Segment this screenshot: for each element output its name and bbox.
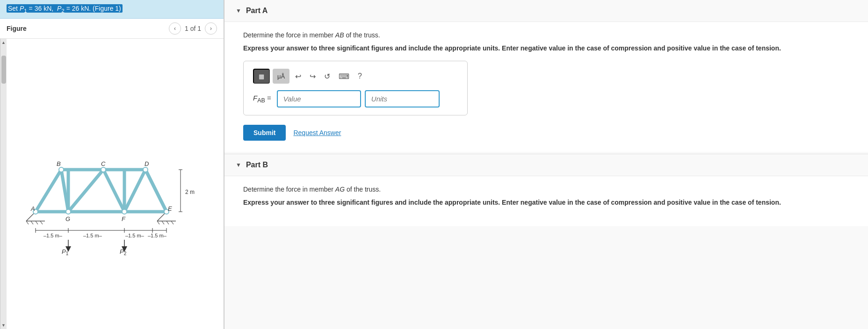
svg-text:B: B: [57, 160, 61, 167]
refresh-icon: ↺: [324, 72, 330, 81]
svg-text:G: G: [65, 215, 70, 222]
vertical-scrollbar[interactable]: ▲ ▼: [0, 39, 7, 329]
request-answer-button[interactable]: Request Answer: [293, 129, 341, 136]
figure-title: Figure: [7, 25, 27, 32]
svg-line-20: [36, 221, 38, 224]
keyboard-button[interactable]: ⌨: [336, 70, 352, 83]
units-input[interactable]: [365, 90, 440, 107]
svg-line-27: [171, 221, 174, 224]
block-format-button[interactable]: ▦: [253, 69, 270, 84]
svg-line-26: [166, 221, 169, 224]
svg-line-24: [157, 221, 159, 224]
undo-icon: ↩: [295, 72, 301, 81]
svg-point-30: [122, 209, 127, 214]
scroll-down-arrow[interactable]: ▼: [0, 322, 7, 329]
section-part-b: ▼ Part B Determine the force in member A…: [224, 154, 868, 226]
svg-text:E: E: [168, 205, 172, 212]
svg-text:F: F: [122, 215, 126, 222]
help-icon: ?: [358, 72, 362, 80]
svg-text:2 m: 2 m: [185, 189, 195, 195]
svg-line-10: [124, 170, 145, 212]
svg-text:C: C: [101, 160, 106, 167]
svg-point-34: [143, 167, 148, 172]
figure-nav: Figure ‹ 1 of 1 ›: [0, 19, 224, 39]
redo-icon: ↪: [310, 72, 316, 81]
svg-line-21: [40, 221, 43, 224]
svg-text:P2: P2: [120, 248, 127, 256]
prev-figure-button[interactable]: ‹: [169, 22, 181, 35]
part-b-instruction: Express your answer to three significant…: [243, 198, 849, 207]
block-format-icon: ▦: [259, 73, 264, 80]
part-b-body: Determine the force in member AG of the …: [224, 176, 868, 226]
part-b-label: Part B: [246, 161, 268, 169]
svg-line-25: [162, 221, 164, 224]
section-part-a: ▼ Part A Determine the force in member A…: [224, 0, 868, 152]
part-a-instruction: Express your answer to three significant…: [243, 43, 849, 53]
mu-icon: μÅ: [277, 73, 285, 80]
help-button[interactable]: ?: [355, 70, 365, 82]
next-figure-button[interactable]: ›: [205, 22, 217, 35]
truss-diagram: 2 m: [7, 39, 224, 329]
chevron-down-icon-b: ▼: [236, 162, 241, 168]
submit-button[interactable]: Submit: [243, 125, 286, 141]
part-a-toolbar: ▦ μÅ ↩ ↪ ↺ ⌨: [253, 69, 458, 84]
svg-line-18: [26, 221, 29, 224]
refresh-button[interactable]: ↺: [321, 70, 333, 83]
svg-line-19: [31, 221, 33, 224]
part-a-answer-box: ▦ μÅ ↩ ↪ ↺ ⌨: [243, 61, 468, 115]
figure-content: ▲ ▼: [0, 39, 224, 329]
part-a-header: ▼ Part A: [224, 0, 868, 22]
value-input[interactable]: [277, 90, 361, 107]
scroll-up-arrow[interactable]: ▲: [0, 39, 7, 46]
svg-point-29: [66, 209, 71, 214]
scroll-thumb[interactable]: [1, 56, 6, 84]
figure-area: Figure ‹ 1 of 1 › ▲ ▼: [0, 19, 224, 329]
part-a-question: Determine the force in member AB of the …: [243, 31, 849, 39]
figure-pagination: 1 of 1: [185, 25, 201, 32]
svg-point-32: [59, 167, 64, 172]
svg-line-3: [36, 170, 61, 212]
problem-statement: Set P1 = 36 kN, P2 = 26 kN. (Figure 1): [7, 4, 123, 13]
svg-text:–1.5 m–: –1.5 m–: [43, 233, 63, 238]
figure-nav-controls: ‹ 1 of 1 ›: [169, 22, 217, 35]
svg-line-8: [68, 170, 103, 212]
part-b-header: ▼ Part B: [224, 154, 868, 176]
svg-text:D: D: [145, 160, 149, 167]
part-a-label: Part A: [246, 7, 268, 15]
svg-line-11: [145, 170, 166, 212]
problem-header: Set P1 = 36 kN, P2 = 26 kN. (Figure 1): [0, 0, 224, 19]
redo-button[interactable]: ↪: [307, 70, 318, 83]
mu-button[interactable]: μÅ: [273, 69, 289, 84]
svg-point-33: [101, 167, 106, 172]
chevron-down-icon: ▼: [236, 7, 241, 14]
svg-text:–1.5 m–: –1.5 m–: [83, 233, 102, 238]
svg-text:–1.5 m–: –1.5 m–: [125, 233, 145, 238]
undo-button[interactable]: ↩: [292, 70, 304, 83]
keyboard-icon: ⌨: [339, 72, 349, 81]
part-a-submit-row: Submit Request Answer: [243, 125, 849, 141]
svg-line-9: [103, 170, 124, 212]
part-a-body: Determine the force in member AB of the …: [224, 22, 868, 152]
svg-text:P1: P1: [62, 248, 69, 256]
fab-label: FAB =: [253, 94, 271, 104]
svg-text:–1.5 m–: –1.5 m–: [148, 233, 167, 238]
part-a-input-row: FAB =: [253, 90, 458, 107]
svg-text:A: A: [30, 205, 35, 212]
part-b-question: Determine the force in member AG of the …: [243, 186, 849, 193]
left-panel: Set P1 = 36 kN, P2 = 26 kN. (Figure 1) F…: [0, 0, 224, 329]
right-panel: ▼ Part A Determine the force in member A…: [224, 0, 868, 329]
